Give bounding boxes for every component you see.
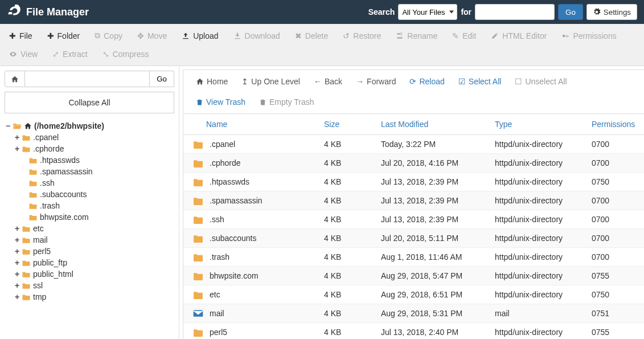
file-size: 4 KB: [319, 323, 376, 340]
file-perms: 0700: [587, 191, 644, 210]
search-go-button[interactable]: Go: [558, 4, 583, 20]
col-size[interactable]: Size: [319, 114, 376, 135]
view-trash-button[interactable]: View Trash: [190, 95, 251, 109]
settings-button[interactable]: Settings: [586, 4, 637, 20]
tree-node[interactable]: bhwpsite.com: [5, 211, 174, 223]
col-modified[interactable]: Last Modified: [376, 114, 490, 135]
home-icon: [24, 122, 32, 130]
folder-button[interactable]: ✚Folder: [40, 27, 87, 44]
col-type[interactable]: Type: [490, 114, 587, 135]
file-size: 4 KB: [319, 135, 376, 154]
folder-tree: − (/home2/bhwpsite) +.cpanel+.cphorde.ht…: [0, 118, 179, 339]
search-filter-select[interactable]: All Your Files: [398, 4, 457, 20]
permissions-button[interactable]: Permissions: [555, 27, 623, 44]
tree-node[interactable]: +etc: [5, 223, 174, 234]
path-go-button[interactable]: Go: [150, 71, 174, 87]
file-name: etc: [210, 290, 220, 299]
tree-node[interactable]: +.cphorde: [5, 143, 174, 154]
download-button[interactable]: Download: [227, 27, 287, 44]
table-row[interactable]: .subaccounts4 KBJul 20, 2018, 5:11 PMhtt…: [183, 229, 644, 248]
table-row[interactable]: mail4 KBAug 29, 2018, 5:31 PMmail0751: [183, 304, 644, 323]
check-icon: ☑: [458, 77, 466, 86]
file-size: 4 KB: [319, 154, 376, 173]
table-row[interactable]: perl54 KBJul 13, 2018, 2:40 PMhttpd/unix…: [183, 323, 644, 340]
tree-node[interactable]: +.cpanel: [5, 132, 174, 143]
table-row[interactable]: .cphorde4 KBJul 20, 2018, 4:16 PMhttpd/u…: [183, 154, 644, 173]
folder-icon: [192, 177, 204, 186]
table-row[interactable]: .spamassassin4 KBJul 13, 2018, 2:39 PMht…: [183, 191, 644, 210]
table-row[interactable]: .htpasswds4 KBJul 13, 2018, 2:39 PMhttpd…: [183, 173, 644, 191]
view-button[interactable]: View: [2, 46, 44, 62]
tree-node[interactable]: .spamassassin: [5, 166, 174, 177]
expand-icon[interactable]: +: [14, 247, 20, 256]
file-type: httpd/unix-directory: [490, 229, 587, 248]
file-button[interactable]: ✚File: [2, 27, 39, 44]
collapse-all-button[interactable]: Collapse All: [5, 92, 174, 113]
tree-node[interactable]: .trash: [5, 200, 174, 211]
table-row[interactable]: .cpanel4 KBToday, 3:22 PMhttpd/unix-dire…: [183, 135, 644, 154]
folder-icon: [22, 236, 31, 244]
compress-button[interactable]: ⤡Compress: [96, 46, 156, 62]
path-input[interactable]: [25, 71, 150, 87]
tree-node[interactable]: .ssh: [5, 177, 174, 189]
unselect-all-button[interactable]: ☐Unselect All: [509, 75, 572, 88]
expand-icon[interactable]: +: [14, 292, 20, 301]
search-area: Search All Your Files for Go Settings: [368, 4, 637, 20]
forward-button[interactable]: →Forward: [350, 75, 401, 88]
table-row[interactable]: etc4 KBAug 29, 2018, 6:51 PMhttpd/unix-d…: [183, 285, 644, 304]
reload-button[interactable]: ⟳Reload: [404, 75, 450, 88]
move-button[interactable]: ✥Move: [130, 27, 174, 44]
delete-button[interactable]: ✖Delete: [288, 27, 335, 44]
expand-icon[interactable]: +: [14, 133, 20, 142]
home-button[interactable]: Home: [190, 75, 233, 88]
tree-root[interactable]: − (/home2/bhwpsite): [5, 120, 174, 132]
up-one-level-button[interactable]: ↥Up One Level: [236, 75, 306, 88]
table-row[interactable]: bhwpsite.com4 KBAug 29, 2018, 5:47 PMhtt…: [183, 267, 644, 285]
tree-node[interactable]: .subaccounts: [5, 189, 174, 200]
tree-node[interactable]: +public_ftp: [5, 257, 174, 268]
back-button[interactable]: ←Back: [308, 75, 348, 88]
col-perms[interactable]: Permissions: [587, 114, 644, 135]
tree-node[interactable]: +ssl: [5, 280, 174, 291]
tree-node[interactable]: +perl5: [5, 246, 174, 257]
tree-node-label: tmp: [33, 292, 46, 301]
trash-icon: [259, 99, 266, 106]
expand-icon[interactable]: +: [14, 269, 20, 279]
folder-icon: [28, 214, 38, 221]
expand-icon[interactable]: +: [14, 224, 20, 233]
expand-icon[interactable]: +: [14, 235, 20, 244]
gear-icon: [593, 8, 601, 16]
rename-button[interactable]: Rename: [389, 27, 444, 44]
select-all-button[interactable]: ☑Select All: [453, 75, 507, 88]
file-name: .cpanel: [210, 140, 235, 149]
file-perms: 0700: [587, 229, 644, 248]
restore-button[interactable]: ↺Restore: [336, 27, 388, 44]
collapse-icon[interactable]: −: [5, 121, 11, 130]
expand-icon[interactable]: +: [14, 258, 20, 267]
empty-trash-button[interactable]: Empty Trash: [253, 95, 320, 109]
delete-icon: ✖: [295, 31, 302, 40]
pencil-icon: ✎: [452, 31, 459, 40]
path-home-button[interactable]: [5, 71, 25, 87]
expand-icon[interactable]: +: [14, 281, 20, 290]
file-perms: 0755: [587, 323, 644, 340]
table-row[interactable]: .trash4 KBAug 1, 2018, 11:46 AMhttpd/uni…: [183, 248, 644, 267]
file-perms: 0700: [587, 135, 644, 154]
edit-button[interactable]: ✎Edit: [445, 27, 483, 44]
expand-icon[interactable]: +: [14, 144, 20, 153]
tree-node[interactable]: +mail: [5, 234, 174, 246]
tree-node[interactable]: +public_html: [5, 268, 174, 280]
tree-node-label: perl5: [33, 247, 51, 256]
search-input[interactable]: [475, 4, 555, 20]
mail-icon: [192, 309, 204, 318]
html-editor-button[interactable]: HTML Editor: [484, 27, 553, 44]
upload-button[interactable]: Upload: [175, 27, 225, 44]
extract-button[interactable]: ⤢Extract: [46, 46, 95, 62]
file-modified: Aug 29, 2018, 6:51 PM: [376, 285, 490, 304]
tree-node[interactable]: +tmp: [5, 291, 174, 303]
col-name[interactable]: Name: [183, 114, 319, 135]
tree-node[interactable]: .htpasswds: [5, 154, 174, 166]
file-name: perl5: [210, 328, 227, 337]
copy-button[interactable]: ⧉Copy: [88, 27, 129, 44]
table-row[interactable]: .ssh4 KBJul 13, 2018, 2:39 PMhttpd/unix-…: [183, 210, 644, 229]
